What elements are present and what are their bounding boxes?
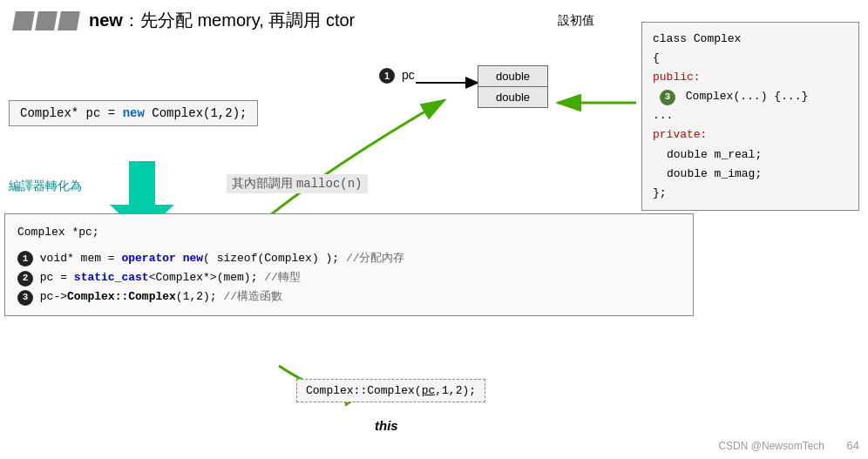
lower-line-2: 2 pc = static_cast<Complex*>(mem); //轉型 (17, 268, 681, 287)
circle-1: 1 (379, 68, 395, 84)
class-close: }; (653, 184, 848, 203)
class-dots: ... (653, 106, 848, 125)
header-icons (14, 11, 78, 30)
double-box-2: double (478, 87, 547, 107)
class-line-1: class Complex (653, 30, 848, 49)
operator-kw: operator new (121, 252, 203, 265)
circle-1-code: 1 (17, 251, 33, 267)
circle-3-code: 3 (17, 290, 33, 306)
code-complex-call: pc->Complex::Complex(1,2); //構造函數 (40, 290, 282, 303)
csdn-label: CSDN @NewsomTech (718, 440, 824, 452)
icon2 (35, 11, 58, 30)
class-ctor: Complex(...) {...} (686, 90, 808, 103)
complex-call-text: Complex::Complex(pc,1,2); (306, 384, 476, 397)
new-keyword: new (123, 106, 145, 120)
double-boxes: double double (478, 65, 548, 108)
pc-text: pc (402, 68, 415, 82)
code-sizeof: ( sizeof(Complex) ); //分配內存 (203, 252, 404, 265)
complex-star-pc: Complex* pc = (20, 106, 123, 120)
code-cast: pc = (40, 271, 74, 284)
lower-line-1: 1 void* mem = operator new( sizeof(Compl… (17, 249, 681, 268)
this-label: this (375, 418, 398, 433)
lower-line-0: Complex *pc; (17, 223, 681, 242)
class-line-2: { (653, 49, 848, 68)
double-box-1: double (478, 66, 547, 87)
compiler-label: 編譯器轉化為 (9, 179, 82, 194)
class-private: private: (653, 128, 707, 141)
code-void: void* mem = (40, 252, 122, 265)
malloc-label: 其內部調用 malloc(n) (227, 174, 368, 193)
icon3 (58, 11, 80, 30)
complex-call-box: Complex::Complex(pc,1,2); (296, 379, 485, 402)
class-mimag: double m_imag; (653, 165, 848, 184)
static-cast-kw: static_cast (74, 271, 149, 284)
page-title: new：先分配 memory, 再調用 ctor (89, 9, 355, 32)
lower-line-3: 3 pc->Complex::Complex(1,2); //構造函數 (17, 287, 681, 307)
code-cast2: <Complex*>(mem); //轉型 (149, 271, 301, 284)
class-public: public: (653, 71, 701, 84)
page-number: 64 (847, 439, 859, 452)
shezhi-label: 設初值 (558, 13, 594, 29)
complex-pc-declaration: Complex* pc = new Complex(1,2); (9, 100, 258, 126)
pc-underline: pc (422, 384, 436, 397)
class-box: class Complex { public: 3 Complex(...) {… (641, 22, 859, 211)
circle-2-code: 2 (17, 271, 33, 287)
circle-3-class: 3 (660, 90, 675, 105)
malloc-code: malloc(n) (296, 177, 363, 191)
pc-circle-label: 1 pc (379, 68, 415, 84)
lower-code-box: Complex *pc; 1 void* mem = operator new(… (4, 213, 694, 316)
complex-call-inline: Complex(1,2); (145, 106, 248, 120)
icon1 (12, 11, 35, 30)
class-mreal: double m_real; (653, 145, 848, 165)
